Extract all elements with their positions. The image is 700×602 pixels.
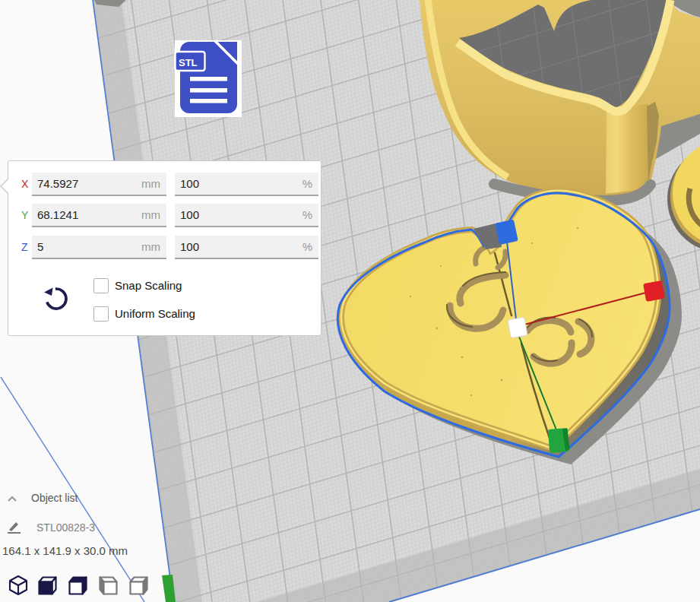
svg-text:STL: STL (179, 57, 198, 68)
